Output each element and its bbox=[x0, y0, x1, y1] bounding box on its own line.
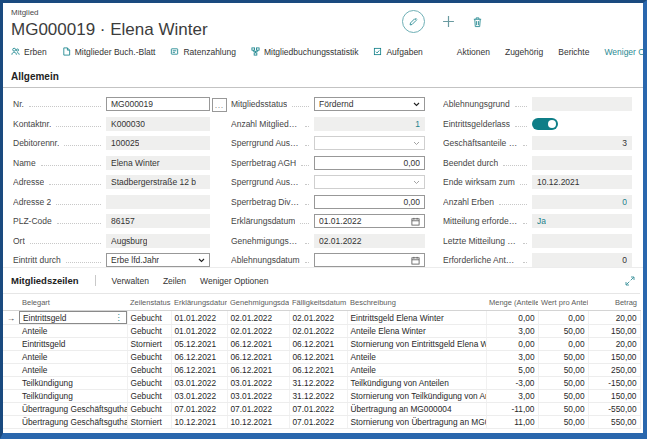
cell-betrag[interactable]: 20,00 bbox=[588, 311, 640, 325]
focus-expand-icon[interactable] bbox=[625, 276, 635, 286]
cell-wert-pro-anteil[interactable]: 50,00 bbox=[538, 325, 588, 338]
cell-betrag[interactable]: 150,00 bbox=[588, 351, 640, 364]
calendar-icon[interactable] bbox=[411, 256, 420, 265]
trash-icon[interactable] bbox=[472, 16, 483, 28]
cell-zeilenstatus[interactable]: Gebucht bbox=[127, 311, 171, 325]
cell-erklärungsdatum[interactable]: 07.01.2022 bbox=[171, 403, 227, 416]
cell-wert-pro-anteil[interactable]: 50,00 bbox=[538, 416, 588, 429]
cell-zeilenstatus[interactable]: Gebucht bbox=[127, 390, 171, 403]
cell-genehmigungsdatum[interactable]: 03.01.2022 bbox=[227, 390, 289, 403]
cell-erklärungsdatum[interactable]: 01.01.2022 bbox=[171, 311, 227, 325]
cell-genehmigungsdatum[interactable]: 03.01.2022 bbox=[227, 377, 289, 390]
cell-belegart[interactable]: Eintrittsgeld bbox=[19, 338, 127, 351]
cell-zeilenstatus[interactable]: Gebucht bbox=[127, 351, 171, 364]
table-row[interactable]: AnteileGebucht06.12.202106.12.202106.12.… bbox=[3, 351, 640, 364]
edit-pencil-icon[interactable] bbox=[402, 10, 425, 33]
cell-erklärungsdatum[interactable]: 03.01.2022 bbox=[171, 377, 227, 390]
action-ratenzahlung[interactable]: Ratenzahlung bbox=[170, 47, 235, 57]
cell-fälligkeitsdatum[interactable]: 06.12.2021 bbox=[289, 364, 347, 377]
table-row[interactable]: AnteileGebucht01.01.202202.01.202202.01.… bbox=[3, 325, 640, 338]
column-header-belegart[interactable]: Belegart bbox=[19, 294, 127, 311]
cell-fälligkeitsdatum[interactable]: 07.01.2022 bbox=[289, 403, 347, 416]
action-mitglieder-buch-blatt[interactable]: Mitglieder Buch.-Blatt bbox=[62, 47, 156, 57]
action-aufgaben[interactable]: Aufgaben bbox=[373, 47, 422, 57]
field-control[interactable]: 01.01.2022 bbox=[314, 214, 425, 228]
table-row[interactable]: AnteileGebucht06.12.202106.12.202106.12.… bbox=[3, 364, 640, 377]
section-allgemein-header[interactable]: Allgemein bbox=[3, 64, 643, 88]
plus-icon[interactable] bbox=[442, 15, 455, 28]
cell-menge-anteile[interactable]: -3,00 bbox=[486, 377, 538, 390]
field-control[interactable]: 0,00 bbox=[314, 156, 425, 170]
cell-wert-pro-anteil[interactable]: 50,00 bbox=[538, 364, 588, 377]
cell-betrag[interactable]: 150,00 bbox=[588, 325, 640, 338]
column-header-zeilenstatus[interactable]: Zeilenstatus bbox=[127, 294, 171, 311]
cell-belegart[interactable]: Teilkündigung bbox=[19, 390, 127, 403]
cell-genehmigungsdatum[interactable]: 06.12.2021 bbox=[227, 364, 289, 377]
cell-zeilenstatus[interactable]: Gebucht bbox=[127, 325, 171, 338]
cell-belegart[interactable]: Eintrittsgeld⋮ bbox=[19, 311, 127, 325]
lines-menu-zeilen[interactable]: Zeilen bbox=[163, 276, 186, 286]
cell-wert-pro-anteil[interactable]: 50,00 bbox=[538, 390, 588, 403]
lines-menu-weniger-optionen[interactable]: Weniger Optionen bbox=[200, 276, 268, 286]
cell-menge-anteile[interactable]: -11,00 bbox=[486, 403, 538, 416]
cell-fälligkeitsdatum[interactable]: 31.12.2022 bbox=[289, 377, 347, 390]
table-row[interactable]: →Eintrittsgeld⋮Gebucht01.01.202202.01.20… bbox=[3, 311, 640, 325]
cell-beschreibung[interactable]: Anteile bbox=[347, 364, 486, 377]
cell-wert-pro-anteil[interactable]: 50,00 bbox=[538, 351, 588, 364]
cell-erklärungsdatum[interactable]: 05.12.2021 bbox=[171, 338, 227, 351]
cell-fälligkeitsdatum[interactable]: 06.12.2021 bbox=[289, 351, 347, 364]
table-row[interactable]: TeilkündigungGebucht03.01.202203.01.2022… bbox=[3, 377, 640, 390]
field-control[interactable]: Erbe lfd.Jahr bbox=[106, 253, 210, 267]
cell-genehmigungsdatum[interactable]: 07.01.2022 bbox=[227, 403, 289, 416]
cell-belegart[interactable]: Anteile bbox=[19, 351, 127, 364]
cell-menge-anteile[interactable]: 0,00 bbox=[486, 338, 538, 351]
cell-beschreibung[interactable]: Stornierung von Teilkündigung von Anteil… bbox=[347, 390, 486, 403]
cell-genehmigungsdatum[interactable]: 10.12.2021 bbox=[227, 416, 289, 429]
field-control[interactable]: Fördernd bbox=[314, 97, 425, 111]
cell-betrag[interactable]: 20,00 bbox=[588, 338, 640, 351]
cell-betrag[interactable]: 150,00 bbox=[588, 390, 640, 403]
cell-zeilenstatus[interactable]: Storniert bbox=[127, 416, 171, 429]
cell-wert-pro-anteil[interactable]: 50,00 bbox=[538, 403, 588, 416]
cell-belegart[interactable]: Übertragung Geschäftsguthaben bbox=[19, 416, 127, 429]
cell-erklärungsdatum[interactable]: 10.12.2021 bbox=[171, 416, 227, 429]
cell-wert-pro-anteil[interactable]: 0,00 bbox=[538, 338, 588, 351]
column-header-erklärungsdatum[interactable]: Erklärungsdatum bbox=[171, 294, 227, 311]
cell-zeilenstatus[interactable]: Gebucht bbox=[127, 377, 171, 390]
field-control[interactable]: MG000019... bbox=[106, 97, 210, 111]
cell-menge-anteile[interactable]: 5,00 bbox=[486, 364, 538, 377]
action-erben[interactable]: Erben bbox=[11, 47, 47, 57]
table-row[interactable]: TeilkündigungGebucht03.01.202203.01.2022… bbox=[3, 390, 640, 403]
field-control[interactable] bbox=[314, 253, 425, 267]
cell-menge-anteile[interactable]: 3,00 bbox=[486, 351, 538, 364]
cell-beschreibung[interactable]: Anteile bbox=[347, 351, 486, 364]
menu-zugehörig[interactable]: Zugehörig bbox=[505, 47, 543, 57]
table-row[interactable]: Übertragung GeschäftsguthabenGebucht07.0… bbox=[3, 403, 640, 416]
cell-wert-pro-anteil[interactable]: 50,00 bbox=[538, 377, 588, 390]
cell-betrag[interactable]: -150,00 bbox=[588, 377, 640, 390]
cell-beschreibung[interactable]: Anteile Elena Winter bbox=[347, 325, 486, 338]
cell-genehmigungsdatum[interactable]: 02.01.2022 bbox=[227, 325, 289, 338]
menu-aktionen[interactable]: Aktionen bbox=[457, 47, 490, 57]
column-header-genehmigungsdatum[interactable]: Genehmigungsdatum bbox=[227, 294, 289, 311]
cell-belegart[interactable]: Teilkündigung bbox=[19, 377, 127, 390]
cell-beschreibung[interactable]: Teilkündigung von Anteilen bbox=[347, 377, 486, 390]
menu-weniger-optionen[interactable]: Weniger Optionen bbox=[604, 47, 647, 57]
column-header-betrag[interactable]: Betrag bbox=[588, 294, 640, 311]
cell-fälligkeitsdatum[interactable]: 07.01.2022 bbox=[289, 416, 347, 429]
cell-belegart[interactable]: Anteile bbox=[19, 364, 127, 377]
field-control[interactable] bbox=[532, 117, 632, 131]
lines-menu-verwalten[interactable]: Verwalten bbox=[112, 276, 149, 286]
assist-edit-button[interactable]: ... bbox=[212, 98, 227, 112]
cell-fälligkeitsdatum[interactable]: 02.01.2022 bbox=[289, 311, 347, 325]
calendar-icon[interactable] bbox=[411, 217, 420, 226]
toggle-switch-on[interactable] bbox=[532, 118, 558, 130]
row-options-kebab-icon[interactable]: ⋮ bbox=[112, 313, 126, 322]
cell-erklärungsdatum[interactable]: 03.01.2022 bbox=[171, 390, 227, 403]
cell-menge-anteile[interactable]: 3,00 bbox=[486, 390, 538, 403]
column-header-fälligkeitsdatum[interactable]: Fälligkeitsdatum bbox=[289, 294, 347, 311]
cell-betrag[interactable]: 550,00 bbox=[588, 416, 640, 429]
cell-genehmigungsdatum[interactable]: 02.01.2022 bbox=[227, 311, 289, 325]
selected-cell[interactable]: Eintrittsgeld⋮ bbox=[19, 311, 127, 324]
table-row[interactable]: Übertragung GeschäftsguthabenStorniert10… bbox=[3, 416, 640, 429]
